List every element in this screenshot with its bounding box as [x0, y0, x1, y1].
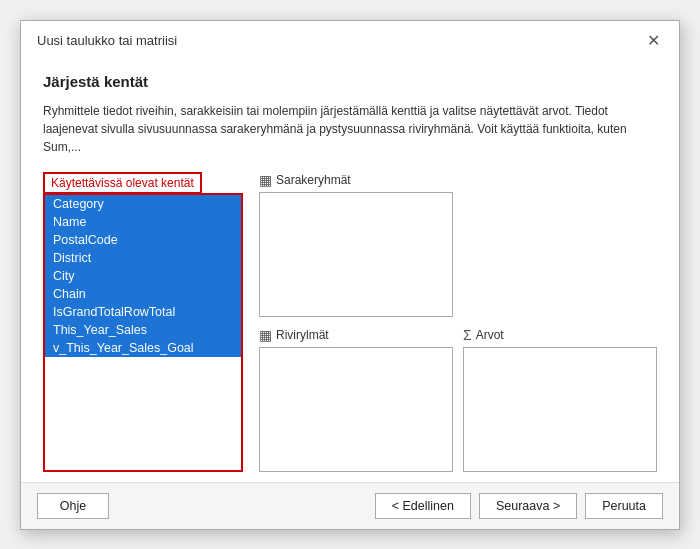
list-item[interactable]: Chain [45, 285, 241, 303]
row-groups-box[interactable] [259, 347, 453, 472]
next-button[interactable]: Seuraava > [479, 493, 577, 519]
list-item[interactable]: PostalCode [45, 231, 241, 249]
dialog-footer: Ohje < Edellinen Seuraava > Peruuta [21, 482, 679, 529]
footer-right: < Edellinen Seuraava > Peruuta [375, 493, 663, 519]
values-box[interactable] [463, 347, 657, 472]
list-item[interactable]: This_Year_Sales [45, 321, 241, 339]
row-groups-icon: ▦ [259, 327, 272, 343]
list-item[interactable]: District [45, 249, 241, 267]
title-bar: Uusi taulukko tai matriisi ✕ [21, 21, 679, 59]
empty-top-right [463, 172, 657, 317]
column-groups-label: ▦ Sarakeryhmät [259, 172, 453, 188]
values-icon: Σ [463, 327, 472, 343]
cancel-button[interactable]: Peruuta [585, 493, 663, 519]
list-item[interactable]: IsGrandTotalRowTotal [45, 303, 241, 321]
list-item[interactable]: Category [45, 195, 241, 213]
values-label: Σ Arvot [463, 327, 657, 343]
section-title: Järjestä kentät [43, 73, 657, 90]
dialog: Uusi taulukko tai matriisi ✕ Järjestä ke… [20, 20, 680, 530]
fields-list-label: Käytettävissä olevat kentät [43, 172, 202, 194]
fields-list-container[interactable]: CategoryNamePostalCodeDistrictCityChainI… [43, 193, 243, 472]
help-button[interactable]: Ohje [37, 493, 109, 519]
column-groups-zone: ▦ Sarakeryhmät [259, 172, 453, 317]
list-item[interactable]: v_This_Year_Sales_Goal [45, 339, 241, 357]
values-zone: Σ Arvot [463, 327, 657, 472]
right-panel: ▦ Sarakeryhmät ▦ Rivirylmät [259, 172, 657, 472]
column-groups-box[interactable] [259, 192, 453, 317]
prev-button[interactable]: < Edellinen [375, 493, 471, 519]
list-item[interactable]: Name [45, 213, 241, 231]
fields-area: Käytettävissä olevat kentät CategoryName… [43, 172, 657, 472]
row-groups-label: ▦ Rivirylmät [259, 327, 453, 343]
close-button[interactable]: ✕ [643, 31, 663, 51]
row-groups-zone: ▦ Rivirylmät [259, 327, 453, 472]
column-groups-icon: ▦ [259, 172, 272, 188]
left-panel: Käytettävissä olevat kentät CategoryName… [43, 172, 243, 472]
dialog-title: Uusi taulukko tai matriisi [37, 33, 177, 48]
description-text: Ryhmittele tiedot riveihin, sarakkeisiin… [43, 102, 657, 156]
list-item[interactable]: City [45, 267, 241, 285]
dialog-body: Järjestä kentät Ryhmittele tiedot riveih… [21, 59, 679, 482]
footer-left: Ohje [37, 493, 109, 519]
